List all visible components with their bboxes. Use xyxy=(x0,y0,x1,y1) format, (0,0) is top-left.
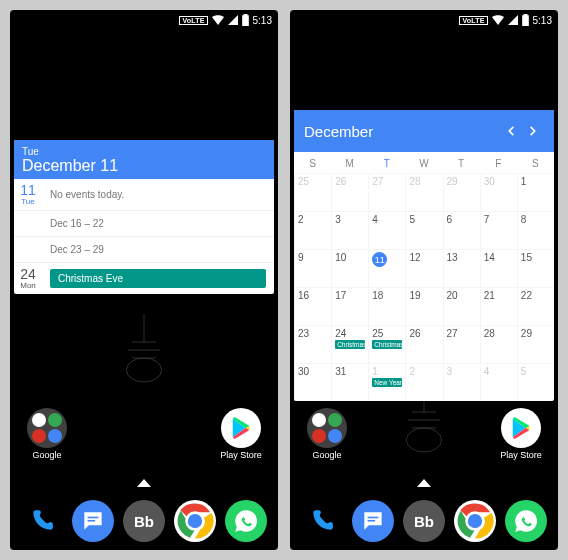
calendar-month-widget[interactable]: December SMTWTFS252627282930123456789101… xyxy=(294,110,554,401)
day-cell[interactable]: 24Christmas xyxy=(331,325,368,363)
bb-app[interactable]: Bb xyxy=(123,500,165,542)
day-cell[interactable]: 2 xyxy=(405,363,442,401)
day-cell[interactable]: 25 xyxy=(294,173,331,211)
day-event-chip[interactable]: Christmas xyxy=(372,340,402,349)
agenda-date-col xyxy=(14,237,42,262)
home-app-row: Google Play Store xyxy=(10,408,278,460)
day-cell[interactable]: 8 xyxy=(517,211,554,249)
folder-label: Google xyxy=(32,450,61,460)
day-cell[interactable]: 26 xyxy=(331,173,368,211)
app-drawer-handle[interactable] xyxy=(137,476,151,490)
agenda-content: Dec 23 – 29 xyxy=(42,237,274,262)
day-number: 5 xyxy=(409,214,439,225)
day-cell[interactable]: 22 xyxy=(517,287,554,325)
day-cell[interactable]: 5 xyxy=(517,363,554,401)
whatsapp-app[interactable] xyxy=(225,500,267,542)
day-cell[interactable]: 28 xyxy=(480,325,517,363)
day-cell[interactable]: 17 xyxy=(331,287,368,325)
day-cell[interactable]: 18 xyxy=(368,287,405,325)
agenda-row[interactable]: 11TueNo events today. xyxy=(14,179,274,210)
app-drawer-handle[interactable] xyxy=(417,476,431,490)
home-screen-agenda: VoLTE 5:13 Tue December 11 11TueNo event… xyxy=(10,10,278,550)
day-number: 17 xyxy=(335,290,365,301)
play-store-app[interactable]: Play Store xyxy=(498,408,544,460)
day-cell[interactable]: 1New Year xyxy=(368,363,405,401)
day-cell[interactable]: 13 xyxy=(443,249,480,287)
day-event-chip[interactable]: New Year xyxy=(372,378,402,387)
play-store-app[interactable]: Play Store xyxy=(218,408,264,460)
folder-label: Google xyxy=(312,450,341,460)
phone-app[interactable] xyxy=(21,500,63,542)
bb-app[interactable]: Bb xyxy=(403,500,445,542)
day-cell[interactable]: 27 xyxy=(443,325,480,363)
day-event-chip[interactable]: Christmas xyxy=(335,340,365,349)
day-cell[interactable]: 27 xyxy=(368,173,405,211)
dow-cell: T xyxy=(368,152,405,173)
agenda-header-dow: Tue xyxy=(22,146,266,157)
day-cell[interactable]: 29 xyxy=(443,173,480,211)
month-header: December xyxy=(294,110,554,152)
day-cell[interactable]: 25Christmas xyxy=(368,325,405,363)
day-cell[interactable]: 7 xyxy=(480,211,517,249)
day-number: 27 xyxy=(372,176,402,187)
next-month-button[interactable] xyxy=(522,120,544,142)
prev-month-button[interactable] xyxy=(500,120,522,142)
day-cell[interactable]: 30 xyxy=(480,173,517,211)
dow-cell: W xyxy=(405,152,442,173)
day-number: 16 xyxy=(298,290,328,301)
agenda-date-col: 24Mon xyxy=(14,263,42,294)
play-store-label: Play Store xyxy=(500,450,542,460)
svg-point-10 xyxy=(468,514,482,528)
day-cell[interactable]: 1 xyxy=(517,173,554,211)
messages-app[interactable] xyxy=(352,500,394,542)
agenda-row[interactable]: Dec 16 – 22 xyxy=(14,210,274,236)
chrome-app[interactable] xyxy=(174,500,216,542)
day-cell[interactable]: 3 xyxy=(331,211,368,249)
day-cell[interactable]: 16 xyxy=(294,287,331,325)
day-cell[interactable]: 14 xyxy=(480,249,517,287)
day-cell[interactable]: 15 xyxy=(517,249,554,287)
play-store-icon xyxy=(501,408,541,448)
day-cell[interactable]: 28 xyxy=(405,173,442,211)
day-number: 22 xyxy=(521,290,551,301)
day-cell[interactable]: 5 xyxy=(405,211,442,249)
day-cell[interactable]: 6 xyxy=(443,211,480,249)
day-cell[interactable]: 4 xyxy=(480,363,517,401)
agenda-header[interactable]: Tue December 11 xyxy=(14,140,274,179)
day-cell[interactable]: 23 xyxy=(294,325,331,363)
dock: Bb xyxy=(290,500,558,542)
google-folder[interactable]: Google xyxy=(24,408,70,460)
day-number: 10 xyxy=(335,252,365,263)
whatsapp-app[interactable] xyxy=(505,500,547,542)
day-cell[interactable]: 10 xyxy=(331,249,368,287)
day-cell[interactable]: 12 xyxy=(405,249,442,287)
day-cell[interactable]: 3 xyxy=(443,363,480,401)
day-cell[interactable]: 20 xyxy=(443,287,480,325)
month-title[interactable]: December xyxy=(304,123,500,140)
day-number: 12 xyxy=(409,252,439,263)
folder-icon xyxy=(307,408,347,448)
event-chip[interactable]: Christmas Eve xyxy=(50,269,266,288)
agenda-row[interactable]: 24MonChristmas Eve xyxy=(14,262,274,294)
day-cell[interactable]: 19 xyxy=(405,287,442,325)
chrome-app[interactable] xyxy=(454,500,496,542)
day-cell[interactable]: 9 xyxy=(294,249,331,287)
messages-app[interactable] xyxy=(72,500,114,542)
day-cell[interactable]: 30 xyxy=(294,363,331,401)
day-cell[interactable]: 26 xyxy=(405,325,442,363)
day-cell[interactable]: 2 xyxy=(294,211,331,249)
phone-app[interactable] xyxy=(301,500,343,542)
signal-icon xyxy=(508,15,518,25)
day-cell[interactable]: 21 xyxy=(480,287,517,325)
day-number: 28 xyxy=(484,328,514,339)
day-cell[interactable]: 29 xyxy=(517,325,554,363)
agenda-header-date: December 11 xyxy=(22,157,266,175)
agenda-row[interactable]: Dec 23 – 29 xyxy=(14,236,274,262)
google-folder[interactable]: Google xyxy=(304,408,350,460)
svg-point-4 xyxy=(188,514,202,528)
day-cell[interactable]: 4 xyxy=(368,211,405,249)
day-cell[interactable]: 31 xyxy=(331,363,368,401)
day-number: 6 xyxy=(447,214,477,225)
day-cell[interactable]: 11 xyxy=(368,249,405,287)
calendar-agenda-widget[interactable]: Tue December 11 11TueNo events today.Dec… xyxy=(14,140,274,294)
